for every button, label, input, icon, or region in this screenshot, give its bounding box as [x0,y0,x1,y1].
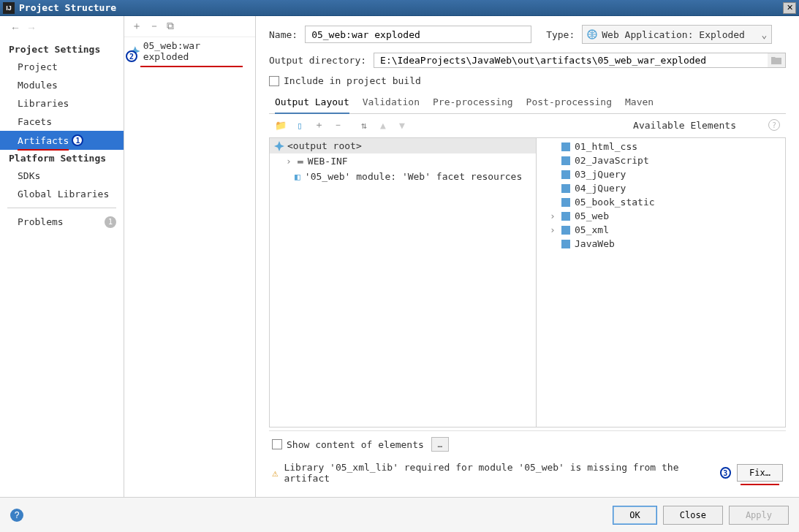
module-icon [561,198,570,207]
avail-02-javascript[interactable]: 02_JavaScript [537,153,785,167]
include-build-label: Include in project build [284,75,421,86]
chevron-down-icon: ⌄ [761,29,767,40]
warning-icon: ⚠ [272,467,278,479]
remove-button[interactable]: － [332,118,344,132]
tabs: Output Layout Validation Pre-processing … [269,94,786,114]
module-icon [561,142,570,151]
output-tree[interactable]: <output root> › ▬ WEB-INF ◧ '05_web' mod… [270,138,537,427]
add-artifact-button[interactable]: ＋ [132,20,142,33]
move-down-button[interactable]: ▼ [396,120,408,131]
output-layout-split: <output root> › ▬ WEB-INF ◧ '05_web' mod… [269,137,786,428]
include-build-checkbox[interactable] [269,76,279,86]
fix-button[interactable]: Fix… [737,464,783,482]
nav-modules[interactable]: Modules [0,76,124,94]
annotation-underline-1 [18,149,69,151]
nav-facets[interactable]: Facets [0,113,124,131]
nav-libraries[interactable]: Libraries [0,94,124,113]
platform-settings-header: Platform Settings [0,150,124,167]
show-content-options-button[interactable]: … [431,437,449,452]
expand-icon[interactable]: › [550,224,557,235]
nav-project[interactable]: Project [0,58,124,76]
window-close-button[interactable]: ✕ [783,2,796,14]
output-dir-input[interactable] [374,53,768,67]
layout-toolbar: 📁 ▯ ＋ － ⇅ ▲ ▼ Available Elements ? [269,114,786,136]
output-root-icon [274,141,284,151]
type-combo-value: Web Application: Exploded [602,29,745,40]
output-root-label: <output root> [287,140,362,151]
copy-artifact-button[interactable]: ⧉ [167,20,174,33]
help-icon[interactable]: ? [768,119,780,131]
problems-count-badge: 1 [105,216,116,228]
tree-webinf[interactable]: › ▬ WEB-INF [270,153,536,169]
new-archive-button[interactable]: ▯ [294,120,306,131]
main-panel: Name: Type: Web Application: Exploded ⌄ … [256,16,799,497]
annotation-underline-2 [140,66,243,67]
tab-validation[interactable]: Validation [363,96,420,110]
avail-01-html-css[interactable]: 01_html_css [537,140,785,153]
nav-global-libraries[interactable]: Global Libraries [0,185,124,203]
avail-05-book-static[interactable]: 05_book_static [537,195,785,209]
output-dir-label: Output directory: [269,55,366,66]
tab-post-processing[interactable]: Post-processing [526,96,612,110]
tab-pre-processing[interactable]: Pre-processing [433,96,513,110]
nav-sdks[interactable]: SDKs [0,167,124,185]
annotation-3: 3 [720,467,732,479]
output-root-row[interactable]: <output root> [270,138,536,153]
browse-folder-button[interactable] [768,53,785,67]
tab-output-layout[interactable]: Output Layout [275,96,349,114]
avail-javaweb[interactable]: JavaWeb [537,237,785,251]
nav-forward-button[interactable]: → [26,22,37,34]
window-title: Project Structure [19,2,116,13]
avail-03-jquery[interactable]: 03_jQuery [537,167,785,181]
available-elements-tree[interactable]: 01_html_css 02_JavaScript 03_jQuery 04_j… [537,138,785,427]
web-app-icon [587,29,597,39]
warning-row: ⚠ Library '05_xml_lib' required for modu… [269,457,786,488]
folder-icon [771,56,781,65]
tab-maven[interactable]: Maven [625,96,654,110]
artifact-item-0[interactable]: 05_web:war exploded 2 [124,37,255,65]
expand-icon[interactable]: › [550,210,557,221]
sort-button[interactable]: ⇅ [358,120,370,131]
tree-facet-label: '05_web' module: 'Web' facet resources [305,171,522,182]
help-button[interactable]: ? [10,509,23,522]
module-icon [561,156,570,165]
module-icon [561,240,570,248]
show-content-checkbox[interactable] [272,439,282,449]
annotation-2: 2 [126,50,137,62]
expand-icon[interactable]: › [286,156,293,167]
ok-button[interactable]: OK [613,506,656,525]
new-folder-button[interactable]: 📁 [275,120,287,131]
move-up-button[interactable]: ▲ [377,120,389,131]
avail-05-xml[interactable]: ›05_xml [537,223,785,237]
type-combo[interactable]: Web Application: Exploded ⌄ [582,25,772,44]
warning-text: Library '05_xml_lib' required for module… [284,462,713,484]
nav-back-button[interactable]: ← [10,22,20,34]
add-copy-button[interactable]: ＋ [313,118,325,132]
sidebar: ← → Project Settings Project Modules Lib… [0,16,124,497]
project-settings-header: Project Settings [0,41,124,58]
close-button[interactable]: Close [663,506,723,525]
apply-button: Apply [729,506,789,525]
avail-04-jquery[interactable]: 04_jQuery [537,181,785,195]
web-resource-icon: ◧ [295,171,300,182]
nav-problems[interactable]: Problems 1 [0,213,124,231]
artifact-list-panel: ＋ － ⧉ 05_web:war exploded 2 [124,16,256,497]
sidebar-divider [7,208,116,208]
name-label: Name: [269,29,298,40]
nav-artifacts-label: Artifacts [18,135,69,146]
name-input[interactable] [305,26,531,43]
nav-artifacts[interactable]: Artifacts 1 [0,131,124,150]
annotation-1: 1 [72,134,83,146]
type-label: Type: [546,29,575,40]
artifact-item-label: 05_web:war exploded [143,40,249,62]
module-icon [561,226,570,235]
title-bar: IJ Project Structure ✕ [0,0,799,16]
module-icon [561,184,570,193]
nav-problems-label: Problems [18,216,64,227]
avail-05-web[interactable]: ›05_web [537,209,785,223]
module-icon [561,212,570,221]
tree-facet-resources[interactable]: ◧ '05_web' module: 'Web' facet resources [270,169,536,184]
module-icon [561,170,570,179]
remove-artifact-button[interactable]: － [149,20,159,33]
tree-webinf-label: WEB-INF [308,156,348,167]
